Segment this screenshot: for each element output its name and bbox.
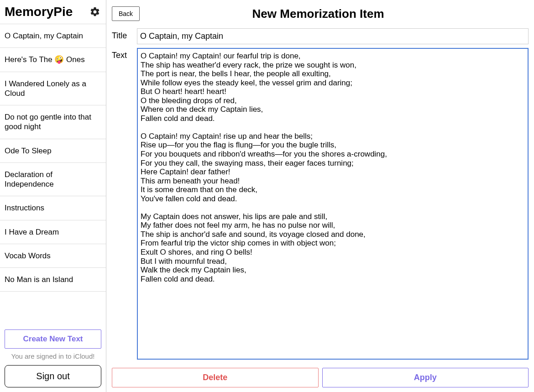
apply-button[interactable]: Apply [322,368,529,387]
sidebar-item-declaration[interactable]: Declaration of Independence [0,163,106,197]
app-title: MemoryPie [5,5,73,19]
delete-button[interactable]: Delete [112,368,319,387]
sidebar-item-instructions[interactable]: Instructions [0,196,106,220]
main-content: Back New Memorization Item Title Text De… [106,0,534,392]
sidebar-item-o-captain[interactable]: O Captain, my Captain [0,24,106,48]
sidebar-item-vocab[interactable]: Vocab Words [0,244,106,268]
sidebar-item-do-not-go[interactable]: Do not go gentle into that good night [0,105,106,139]
sidebar-item-label: O Captain, my Captain [5,31,83,40]
sidebar-item-label: Declaration of Independence [5,170,54,188]
sidebar-bottom: Create New Text You are signed in to iCl… [0,325,106,392]
text-row: Text [112,48,529,360]
back-button[interactable]: Back [112,6,140,21]
sidebar-item-label: Do not go gentle into that good night [5,113,91,131]
sidebar-item-wandered[interactable]: I Wandered Lonely as a Cloud [0,72,106,106]
sidebar-header: MemoryPie [0,0,106,24]
sidebar-item-label: Here's To The 🤪 Ones [5,55,85,64]
sidebar-item-label: Ode To Sleep [5,146,52,155]
title-row: Title [112,28,529,44]
sidebar-item-label: Instructions [5,204,44,212]
sidebar-list: O Captain, my Captain Here's To The 🤪 On… [0,24,106,325]
bottom-actions: Delete Apply [112,368,529,387]
sidebar-item-label: Vocab Words [5,251,51,260]
page-title: New Memorization Item [140,7,497,21]
settings-icon[interactable] [89,6,100,17]
sign-out-button[interactable]: Sign out [5,365,101,387]
sidebar-item-dream[interactable]: I Have a Dream [0,220,106,244]
create-new-text-button[interactable]: Create New Text [5,329,101,349]
icloud-status: You are signed in to iCloud! [5,352,101,361]
sidebar-item-label: No Man is an Island [5,275,73,284]
editor-form: Title Text [112,28,529,363]
sidebar-item-island[interactable]: No Man is an Island [0,268,106,292]
main-header: Back New Memorization Item [112,4,529,24]
sidebar-item-heres-to[interactable]: Here's To The 🤪 Ones [0,48,106,72]
text-input[interactable] [137,48,529,360]
sidebar-item-label: I Wandered Lonely as a Cloud [5,79,86,98]
sidebar-item-ode-sleep[interactable]: Ode To Sleep [0,139,106,163]
title-input[interactable] [137,28,529,44]
title-label: Title [112,28,137,44]
sidebar: MemoryPie O Captain, my Captain Here's T… [0,0,106,392]
sidebar-item-label: I Have a Dream [5,228,59,236]
text-label: Text [112,48,137,360]
